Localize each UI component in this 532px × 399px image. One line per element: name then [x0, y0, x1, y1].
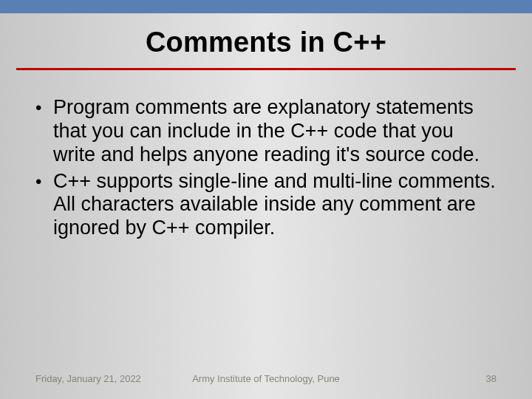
footer-center: Army Institute of Technology, Pune — [35, 373, 497, 384]
title-underline — [16, 68, 516, 70]
top-accent-bar — [0, 0, 532, 13]
slide-title: Comments in C++ — [0, 27, 532, 58]
slide-footer: Friday, January 21, 2022 Army Institute … — [35, 373, 497, 384]
bullet-list: Program comments are explanatory stateme… — [33, 96, 499, 240]
bullet-item: C++ supports single-line and multi-line … — [33, 170, 499, 241]
bullet-item: Program comments are explanatory stateme… — [33, 96, 499, 167]
slide: Comments in C++ Program comments are exp… — [0, 0, 532, 399]
slide-body: Program comments are explanatory stateme… — [33, 96, 499, 243]
